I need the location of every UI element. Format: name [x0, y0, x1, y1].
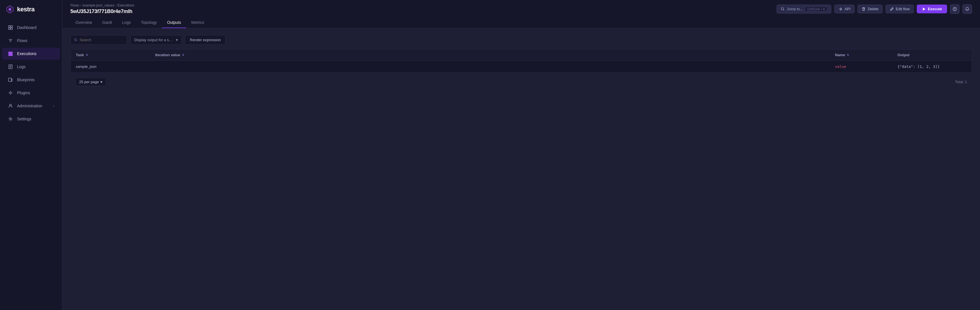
tab-metrics-label: Metrics [191, 20, 204, 25]
api-icon [838, 7, 842, 11]
flows-label: Flows [17, 38, 27, 43]
title-section: Flows / example.json_values / Executions… [70, 3, 134, 14]
help-icon [953, 7, 957, 11]
svg-rect-7 [8, 52, 13, 53]
logo-text: kestra [17, 6, 35, 13]
column-name-label: Name [835, 53, 845, 57]
svg-rect-8 [8, 53, 13, 54]
sidebar-item-blueprints[interactable]: Blueprints [2, 74, 60, 86]
settings-label: Settings [17, 117, 32, 121]
executions-label: Executions [17, 51, 36, 56]
delete-label: Delete [868, 7, 878, 11]
column-iteration-label: Iteration value [155, 53, 180, 57]
content-area: Display output for a s... ▾ Render expre… [62, 29, 980, 310]
main-content: Flows / example.json_values / Executions… [62, 0, 980, 310]
admin-icon [8, 103, 13, 109]
svg-rect-4 [11, 26, 13, 27]
outputs-table: Task ⇅ Iteration value ⇅ Name ⇅ Output s… [70, 49, 972, 73]
tab-outputs[interactable]: Outputs [162, 17, 186, 28]
sidebar-item-executions[interactable]: Executions [2, 48, 60, 60]
table-footer: 25 per page ▾ Total: 1 [70, 75, 972, 89]
tab-overview-label: Overview [75, 20, 92, 25]
bell-icon [965, 7, 969, 11]
nav-items: Dashboard Flows Executions [0, 19, 62, 310]
plugins-label: Plugins [17, 91, 30, 95]
sort-task-icon[interactable]: ⇅ [86, 53, 88, 56]
breadcrumb-flow-id[interactable]: example.json_values [83, 3, 115, 7]
breadcrumb-executions[interactable]: Executions [118, 3, 134, 7]
svg-rect-3 [8, 26, 10, 27]
svg-point-14 [10, 118, 11, 120]
svg-rect-6 [11, 28, 13, 30]
breadcrumb-sep-1: / [80, 3, 81, 7]
per-page-chevron-icon: ▾ [100, 80, 102, 84]
logs-label: Logs [17, 64, 25, 69]
sidebar-item-flows[interactable]: Flows [2, 35, 60, 46]
edit-flow-button[interactable]: Edit flow [886, 5, 914, 13]
cell-name: value [830, 61, 892, 72]
tab-logs[interactable]: Logs [117, 17, 136, 28]
sidebar-item-dashboard[interactable]: Dashboard [2, 22, 60, 34]
notifications-button[interactable] [963, 4, 972, 14]
delete-button[interactable]: Delete [858, 5, 883, 13]
cell-task: sample_json [71, 61, 150, 72]
administration-chevron-icon: › [53, 104, 54, 108]
edit-flow-label: Edit flow [896, 7, 910, 11]
tab-topology-label: Topology [141, 20, 157, 25]
cell-iteration-value [150, 61, 830, 72]
column-output: Output [892, 50, 972, 61]
sort-name-icon[interactable]: ⇅ [846, 53, 849, 56]
administration-label: Administration [17, 104, 42, 108]
tab-gantt-label: Gantt [102, 20, 112, 25]
svg-point-12 [10, 92, 11, 94]
sidebar: kestra Dashboard Flows [0, 0, 62, 310]
per-page-selector[interactable]: 25 per page ▾ [75, 78, 106, 86]
outputs-toolbar: Display output for a s... ▾ Render expre… [70, 35, 972, 45]
tab-logs-label: Logs [122, 20, 131, 25]
blueprints-label: Blueprints [17, 78, 35, 82]
svg-point-18 [74, 38, 76, 41]
execute-button[interactable]: Execute [917, 5, 947, 13]
settings-icon [8, 117, 13, 121]
delete-icon [862, 7, 865, 11]
search-input[interactable] [80, 38, 123, 42]
header-top: Flows / example.json_values / Executions… [70, 0, 972, 17]
search-icon [781, 7, 784, 11]
logs-icon [8, 64, 13, 69]
execute-label: Execute [928, 7, 942, 11]
column-task-label: Task [76, 53, 84, 57]
jump-to-kbd: Ctrl/Cmd + K [805, 7, 827, 11]
dropdown-chevron-icon: ▾ [176, 38, 178, 42]
sort-iteration-icon[interactable]: ⇅ [182, 53, 184, 56]
column-name: Name ⇅ [830, 50, 892, 61]
sidebar-item-administration[interactable]: Administration › [2, 100, 60, 112]
sidebar-item-logs[interactable]: Logs [2, 61, 60, 73]
per-page-label: 25 per page [79, 80, 99, 84]
tab-metrics[interactable]: Metrics [186, 17, 209, 28]
svg-point-15 [781, 8, 784, 10]
render-expression-button[interactable]: Render expression [185, 35, 226, 45]
flows-icon [8, 38, 13, 43]
api-label: API [845, 7, 850, 11]
sidebar-item-plugins[interactable]: Plugins [2, 87, 60, 99]
sidebar-item-settings[interactable]: Settings [2, 113, 60, 125]
display-output-label: Display output for a s... [134, 38, 172, 42]
edit-icon [890, 7, 894, 11]
tab-gantt[interactable]: Gantt [97, 17, 117, 28]
breadcrumb-flows[interactable]: Flows [70, 3, 79, 7]
tab-overview[interactable]: Overview [70, 17, 97, 28]
jump-to-button[interactable]: Jump to... Ctrl/Cmd + K [776, 5, 831, 14]
render-btn-label: Render expression [190, 38, 221, 42]
total-count: Total: 1 [955, 80, 967, 84]
api-button[interactable]: API [834, 5, 854, 13]
breadcrumb-sep-2: / [116, 3, 116, 7]
column-task: Task ⇅ [71, 50, 150, 61]
display-output-dropdown[interactable]: Display output for a s... ▾ [130, 35, 181, 45]
search-box[interactable] [70, 35, 127, 45]
tab-topology[interactable]: Topology [136, 17, 162, 28]
page-header: Flows / example.json_values / Executions… [62, 0, 980, 29]
kestra-logo-icon [6, 5, 14, 14]
header-actions: Jump to... Ctrl/Cmd + K API Delete [776, 4, 972, 14]
help-button[interactable] [950, 4, 959, 14]
table-row[interactable]: sample_json value {"data": [1, 2, 3]} [71, 61, 972, 72]
